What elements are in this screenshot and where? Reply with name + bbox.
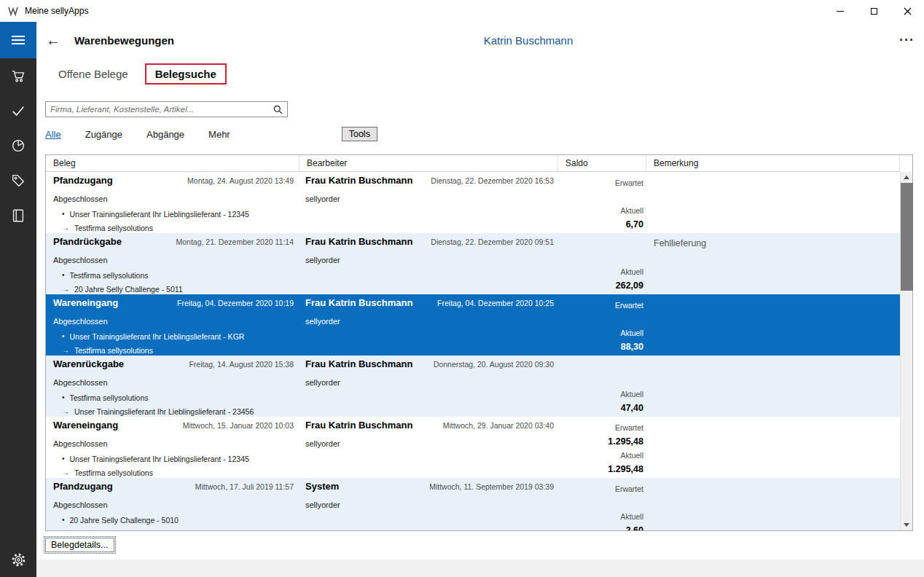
table-row[interactable]: Wareneingang Mittwoch, 15. Januar 2020 1… <box>46 417 900 478</box>
search-input[interactable] <box>46 105 273 114</box>
doc-date: Montag, 24. August 2020 13:49 <box>187 176 299 185</box>
bearbeiter-cell: Frau Katrin Buschmann Mittwoch, 29. Janu… <box>299 417 558 478</box>
table-header: Beleg Bearbeiter Saldo Bemerkung <box>46 155 900 172</box>
filter-alle[interactable]: Alle <box>45 129 61 140</box>
editor-name: Frau Katrin Buschmann <box>305 420 412 431</box>
column-header-bemerkung[interactable]: Bemerkung <box>646 155 900 171</box>
doc-type: Wareneingang <box>53 420 118 431</box>
minimize-button[interactable] <box>823 0 857 22</box>
table-row[interactable]: Pfandzugang Montag, 24. August 2020 13:4… <box>46 172 900 233</box>
beleg-cell: Warenrückgabe Freitag, 14. August 2020 1… <box>46 356 299 417</box>
sidebar-item-settings[interactable] <box>0 542 36 577</box>
line-text: 20 Jahre Selly Challenge - 5011 <box>74 285 183 294</box>
saldo-actual-label: Aktuell <box>558 326 643 340</box>
beleg-cell: Wareneingang Mittwoch, 15. Januar 2020 1… <box>46 417 299 478</box>
saldo-expected-label: Erwartet <box>558 299 643 313</box>
sidebar-item-journal[interactable] <box>0 198 36 233</box>
pie-chart-icon <box>10 138 26 154</box>
doc-status: Abgeschlossen <box>53 190 299 207</box>
back-button[interactable]: ← <box>46 33 60 47</box>
scroll-thumb[interactable] <box>901 183 913 291</box>
bemerkung-cell <box>646 294 900 356</box>
doc-line: •Unser Trainingslieferant Ihr Lieblingsl… <box>53 452 299 466</box>
doc-lines: •Unser Trainingslieferant Ihr Lieblingsl… <box>53 452 299 478</box>
line-text: Unser Trainingslieferant Ihr Lieblingsli… <box>70 455 249 463</box>
line-marker-icon: → <box>62 224 69 232</box>
line-marker-icon: • <box>62 271 65 279</box>
saldo-cell: Erwartet Aktuell 88,30 <box>558 294 646 356</box>
filter-mehr[interactable]: Mehr <box>208 129 230 140</box>
doc-date: Mittwoch, 15. Januar 2020 10:03 <box>183 421 299 430</box>
page-title: Warenbewegungen <box>74 34 174 47</box>
doc-lines: •Unser Trainingslieferant Ihr Lieblingsl… <box>53 207 299 233</box>
doc-date: Freitag, 04. Dezember 2020 10:19 <box>177 299 299 307</box>
doc-line: →20 Jahre Selly Challenge - 5011 <box>53 282 299 294</box>
minimize-icon <box>837 11 844 12</box>
scroll-up-button[interactable] <box>901 172 913 183</box>
doc-line: •Testfirma sellysolutions <box>53 268 299 282</box>
editor-date: Mittwoch, 11. September 2019 03:39 <box>429 482 558 491</box>
filter-abgaenge[interactable]: Abgänge <box>146 129 184 140</box>
column-header-beleg[interactable]: Beleg <box>46 155 299 171</box>
saldo-expected-value <box>558 374 643 388</box>
bearbeiter-cell: Frau Katrin Buschmann Dienstag, 22. Deze… <box>299 172 558 233</box>
maximize-button[interactable] <box>857 0 890 22</box>
table-row[interactable]: Pfandzugang Mittwoch, 17. Juli 2019 11:5… <box>46 478 900 530</box>
doc-type: Pfandrückgabe <box>53 236 122 247</box>
user-name[interactable]: Katrin Buschmann <box>484 34 573 47</box>
bearbeiter-cell: Frau Katrin Buschmann Donnerstag, 20. Au… <box>299 356 558 417</box>
editor-name: Frau Katrin Buschmann <box>305 297 412 308</box>
saldo-actual-value: 47,40 <box>558 401 643 415</box>
doc-line: •Unser Trainingslieferant Ihr Lieblingsl… <box>53 329 299 343</box>
sidebar-item-cart[interactable] <box>0 58 36 93</box>
table-body: Pfandzugang Montag, 24. August 2020 13:4… <box>46 172 900 530</box>
saldo-cell: Erwartet 1.295,48 Aktuell 1.295,48 <box>558 417 646 478</box>
tools-button[interactable]: Tools <box>342 127 377 141</box>
line-text: 20 Jahre Selly Challenge - 5010 <box>70 516 179 525</box>
editor-name: Frau Katrin Buschmann <box>305 175 412 186</box>
line-text: Testfirma sellysolutions <box>74 346 153 355</box>
table-row[interactable]: Pfandrückgabe Montag, 21. Dezember 2020 … <box>46 233 900 294</box>
filter-zugaenge[interactable]: Zugänge <box>85 129 122 140</box>
saldo-expected-label <box>558 360 643 374</box>
bemerkung-cell <box>646 478 900 530</box>
app-body: ← Warenbewegungen Katrin Buschmann ··· O… <box>0 22 924 577</box>
line-text: Testfirma sellysolutions <box>70 393 149 402</box>
editor-name: Frau Katrin Buschmann <box>305 358 412 369</box>
gear-icon <box>11 552 26 568</box>
sidebar-item-tasks[interactable] <box>0 93 36 128</box>
search-icon[interactable] <box>273 105 283 114</box>
doc-status: Abgeschlossen <box>53 496 299 513</box>
line-text: Testfirma sellysolutions <box>74 468 153 477</box>
saldo-actual-label: Aktuell <box>558 204 643 218</box>
line-marker-icon: → <box>62 285 69 293</box>
more-button[interactable]: ··· <box>899 34 915 47</box>
saldo-actual-value: 88,30 <box>558 340 643 354</box>
belegdetails-button[interactable]: Belegdetails... <box>45 538 114 552</box>
tab-belegsuche[interactable]: Belegsuche <box>145 63 227 85</box>
hamburger-menu-button[interactable] <box>0 22 36 58</box>
editor-date: Dienstag, 22. Dezember 2020 16:53 <box>431 176 558 185</box>
table-row[interactable]: Wareneingang Freitag, 04. Dezember 2020 … <box>46 294 900 356</box>
tab-offene-belege[interactable]: Offene Belege <box>58 68 128 80</box>
scroll-down-button[interactable] <box>901 519 913 530</box>
doc-line: →Testfirma sellysolutions <box>53 466 299 478</box>
close-button[interactable] <box>890 0 924 22</box>
editor-date: Donnerstag, 20. August 2020 09:30 <box>434 360 558 369</box>
table-row[interactable]: Warenrückgabe Freitag, 14. August 2020 1… <box>46 356 900 417</box>
column-header-bearbeiter[interactable]: Bearbeiter <box>299 155 558 171</box>
saldo-expected-value <box>558 251 643 265</box>
vertical-scrollbar[interactable] <box>900 172 912 530</box>
close-icon <box>904 7 912 15</box>
line-marker-icon: → <box>62 407 69 415</box>
line-marker-icon: • <box>62 455 65 463</box>
sidebar-item-prices[interactable] <box>0 163 36 198</box>
sidebar-item-statistics[interactable] <box>0 128 36 163</box>
bottom-strip <box>36 560 924 577</box>
line-marker-icon: → <box>62 468 69 476</box>
column-header-saldo[interactable]: Saldo <box>558 155 646 171</box>
saldo-actual-value: 6,70 <box>558 218 643 232</box>
editor-app: sellyorder <box>305 190 558 207</box>
beleg-cell: Pfandrückgabe Montag, 21. Dezember 2020 … <box>46 233 299 294</box>
titlebar: Meine sellyApps <box>0 0 924 22</box>
